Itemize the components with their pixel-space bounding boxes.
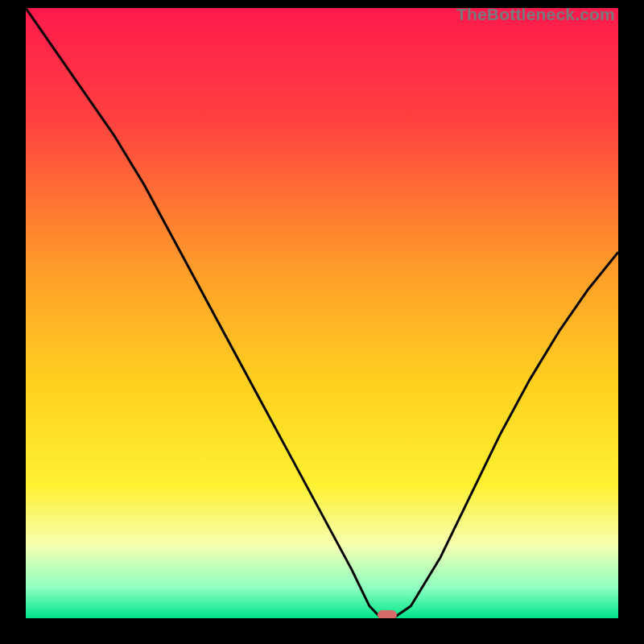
plot-area [26,8,618,618]
watermark: TheBottleneck.com [456,5,615,24]
chart-frame: TheBottleneck.com [0,0,644,644]
bottleneck-curve [26,8,618,618]
optimal-marker [378,610,397,618]
